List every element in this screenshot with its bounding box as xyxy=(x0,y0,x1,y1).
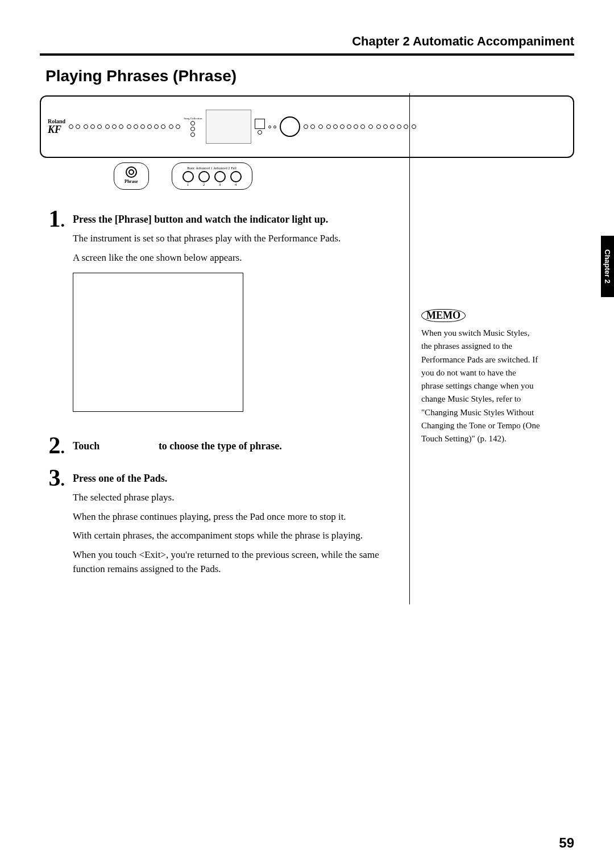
pad-num-3: 3 xyxy=(214,182,226,187)
phrase-button-callout: Phrase xyxy=(114,162,149,190)
step-2-instruction-a: Touch xyxy=(73,440,99,452)
pad-label-adv1: Advanced 1 xyxy=(196,166,213,170)
sidebar-column: MEMO When you switch Music Styles, the p… xyxy=(409,93,540,604)
pad-label-adv2: Advanced 2 xyxy=(213,166,230,170)
song-collection-label: Song Collection xyxy=(184,117,202,120)
step-number: 1 xyxy=(49,206,61,232)
pads-callout: Basic Advanced 1 Advanced 2 Full 1 2 3 4 xyxy=(172,162,252,190)
step-3: 3. Press one of the Pads. The selected p… xyxy=(40,466,392,581)
page-number: 59 xyxy=(559,835,574,851)
panel-dial xyxy=(280,116,300,137)
brand-logo: Roland KF xyxy=(48,119,65,135)
model-text: KF xyxy=(48,124,65,135)
pad-num-2: 2 xyxy=(198,182,210,187)
step-3-instruction: Press one of the Pads. xyxy=(73,473,392,485)
main-column: 1. Press the [Phrase] button and watch t… xyxy=(40,207,392,604)
step-1-text-b: A screen like the one shown below appear… xyxy=(73,251,392,265)
step-number: 3 xyxy=(49,465,61,491)
step-3-text-c: With certain phrases, the accompaniment … xyxy=(73,528,392,543)
step-1: 1. Press the [Phrase] button and watch t… xyxy=(40,207,392,425)
phrase-label: Phrase xyxy=(125,179,138,184)
step-2: 2. Touch to choose the type of phrase. xyxy=(40,433,392,458)
memo-icon: MEMO xyxy=(421,309,466,322)
step-number: 2 xyxy=(49,432,61,458)
step-3-text-b: When the phrase continues playing, press… xyxy=(73,510,392,524)
pad-label-full: Full xyxy=(231,166,237,170)
section-title: Playing Phrases (Phrase) xyxy=(45,67,574,85)
step-2-instruction-b: to choose the type of phrase. xyxy=(159,440,282,452)
header-rule xyxy=(40,53,574,56)
screen-placeholder-image xyxy=(73,273,243,412)
step-3-text-a: The selected phrase plays. xyxy=(73,490,392,505)
pad-num-4: 4 xyxy=(230,182,242,187)
chapter-header: Chapter 2 Automatic Accompaniment xyxy=(40,34,574,49)
memo-text: When you switch Music Styles, the phrase… xyxy=(421,327,540,445)
step-3-text-d: When you touch <Exit>, you're returned t… xyxy=(73,548,392,577)
pad-label-basic: Basic xyxy=(187,166,194,170)
chapter-tab: Chapter 2 xyxy=(601,236,614,297)
step-1-instruction: Press the [Phrase] button and watch the … xyxy=(73,214,392,226)
step-1-text-a: The instrument is set so that phrases pl… xyxy=(73,231,392,246)
panel-screen xyxy=(206,110,251,144)
pad-num-1: 1 xyxy=(182,182,194,187)
